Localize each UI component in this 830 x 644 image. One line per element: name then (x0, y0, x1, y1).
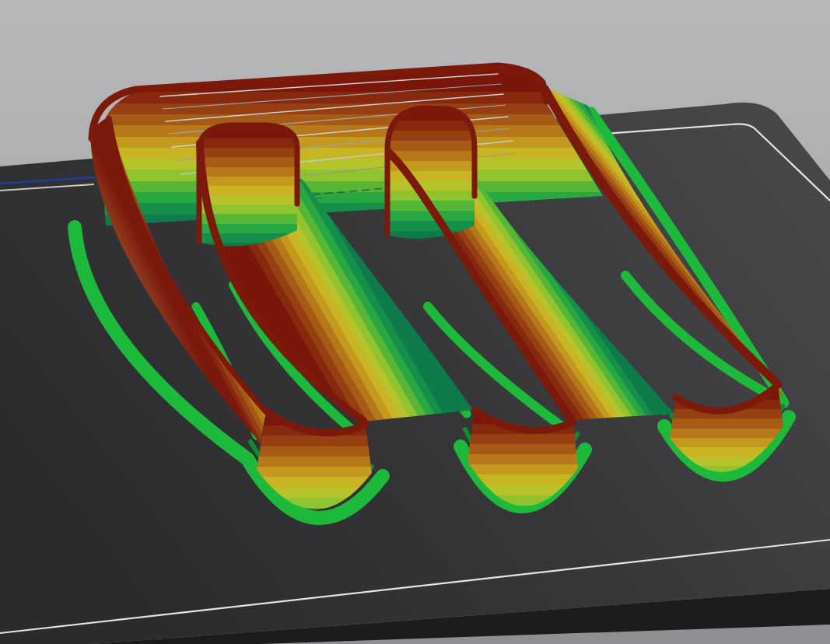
rear-u-turn-2-face (387, 108, 475, 239)
scene-3d-canvas[interactable] (0, 0, 830, 644)
gcode-preview-viewport[interactable] (0, 0, 830, 644)
